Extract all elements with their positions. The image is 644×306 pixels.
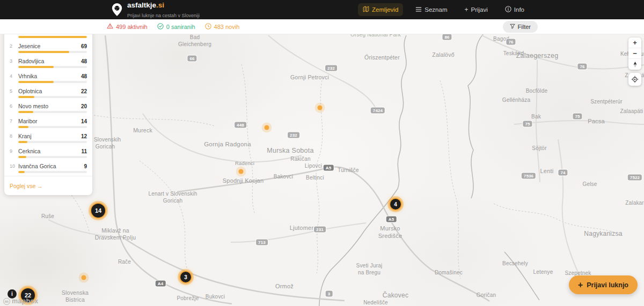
check-circle-icon [157,23,164,31]
rank-number: 9 [10,148,18,154]
ranking-panel-footer: Poglej vse → [4,176,92,195]
stat-label: 483 novih [214,24,240,30]
map-place-label: Gelse [582,181,597,188]
stat-fixed-potholes: 0 saniranih [157,23,195,31]
map-place-label: Gornji Petrovci [290,74,329,81]
pothole-count: 12 [81,133,87,139]
ranking-row[interactable]: 8Kranj12 [4,131,92,146]
compass-button[interactable] [628,59,641,70]
list-icon [415,6,422,13]
ranking-row[interactable]: 3Radovljica48 [4,56,92,71]
rank-number: 5 [10,88,18,94]
rank-number: 10 [10,163,18,169]
pothole-count: 48 [81,73,87,79]
funnel-icon [510,24,515,30]
map-place-label: Bocfölde [526,88,548,95]
locate-me-button[interactable] [628,73,641,86]
nav-tab-info[interactable]: Info [500,3,529,16]
rank-number: 4 [10,73,18,79]
ranking-row[interactable]: 9Cerknica11 [4,146,92,161]
map-place-label: Nagykanizsa [584,230,622,238]
pothole-cluster-marker[interactable]: 3 [179,271,192,283]
filter-button[interactable]: Filter [503,21,538,33]
map-place-label: Radenci [235,160,254,167]
map-place-label: Miklavž na Dravskem Polju [95,227,136,241]
nav-tab-zemljevid[interactable]: Zemljevid [358,3,403,16]
map-place-label: Goričan [477,292,496,299]
map-place-label: Spodnji Kocjan [223,177,264,185]
ranking-row[interactable]: 10Ivančna Gorica9 [4,161,92,176]
road-shield: 232 [288,132,299,138]
map-place-label: Ljutomer [290,225,314,232]
pothole-pin-logo-icon [111,3,123,17]
map-place-label: Čakovec [383,292,408,300]
stat-active-potholes: 499 aktivnih [107,23,148,30]
pothole-marker[interactable] [318,106,323,110]
ranking-row[interactable]: 4Vrhnika48 [4,71,92,86]
pothole-count-bar [18,36,87,38]
map-place-label: Zalakaros [625,200,644,207]
rank-number: 2 [10,43,18,49]
zoom-in-button[interactable]: + [628,38,641,48]
road-shield: A4 [156,281,166,287]
map-place-label: Pobrežje [177,295,199,302]
rank-number: 3 [10,58,18,64]
road-shield: 76 [506,39,515,45]
map-place-label: Slovenska Bistrica [62,289,89,303]
map-icon [363,6,369,13]
stat-label: 0 saniranih [166,24,195,30]
road-shield: 86 [442,34,451,40]
map-place-label: Domašinec [435,270,463,277]
report-pothole-button[interactable]: + Prijavi luknjo [569,275,638,294]
map-canvas[interactable]: Bad GleichenbergŐrség National ParkBagod… [0,34,644,306]
locate-icon [631,76,639,83]
zoom-controls: + − [628,38,641,70]
pothole-cluster-marker[interactable]: 14 [90,203,106,219]
map-place-label: Turnišče [338,167,359,174]
site-title: asfaltkje.si [127,1,164,9]
nav-tab-prijavi[interactable]: + Prijavi [459,4,492,16]
map-place-label: Letenye [533,269,553,276]
municipality-name: Jesenice [18,43,81,49]
map-place-label: Szentpéterúr [590,99,623,106]
map-place-label: Becsehely [502,260,528,267]
pothole-marker[interactable] [82,275,86,280]
nav-tab-seznam[interactable]: Seznam [411,4,452,16]
see-all-link[interactable]: Poglej vse → [10,183,43,189]
municipality-name: Cerknica [18,148,81,154]
zoom-out-button[interactable]: − [628,48,641,59]
ranking-row[interactable]: 5Oplotnica22 [4,86,92,101]
plus-icon: + [464,6,468,13]
road-shield: 232 [325,65,337,71]
map-place-label: Gornja Radgona [204,140,251,148]
pothole-marker[interactable] [265,125,269,130]
road-shield: 7536 [522,173,536,179]
road-shield: 74 [558,170,567,176]
pothole-cluster-marker[interactable]: 22 [20,287,36,303]
map-place-label: Mursko Središče [378,225,402,240]
map-place-label: v Slovenskih Goricah [90,137,121,150]
pothole-count-bar [18,141,87,143]
municipality-name: Radovljica [18,58,81,64]
pothole-count-bar [18,156,87,158]
brand-text: asfaltkje.si Prijavi luknje na cestah v … [127,0,200,19]
ranking-row[interactable]: 7Maribor14 [4,116,92,131]
map-place-label: Lipovci [305,163,323,170]
map-place-label: Őriszentpéter [364,54,400,61]
pothole-cluster-marker[interactable]: 4 [389,198,402,211]
stats: 499 aktivnih 0 saniranih 483 novih [107,23,239,31]
plus-icon: + [578,281,583,289]
rank-number: 7 [10,118,18,124]
pothole-marker[interactable] [239,169,244,174]
attribution-info-button[interactable]: i [8,289,17,298]
pothole-count-bar [18,171,87,173]
brand[interactable]: asfaltkje.si Prijavi luknje na cestah v … [111,0,200,19]
map-place-label: Ruše [41,213,54,220]
map-place-label: Lenart v Slovenskih Goricah [148,191,197,204]
ranking-row[interactable]: 6Novo mesto20 [4,101,92,116]
info-icon [505,6,511,13]
road-shield: 66 [187,56,196,62]
map-place-label: Bukovci [206,294,225,301]
ranking-row[interactable]: 2Jesenice69 [4,41,92,56]
map-place-label: Mureck [133,127,152,134]
